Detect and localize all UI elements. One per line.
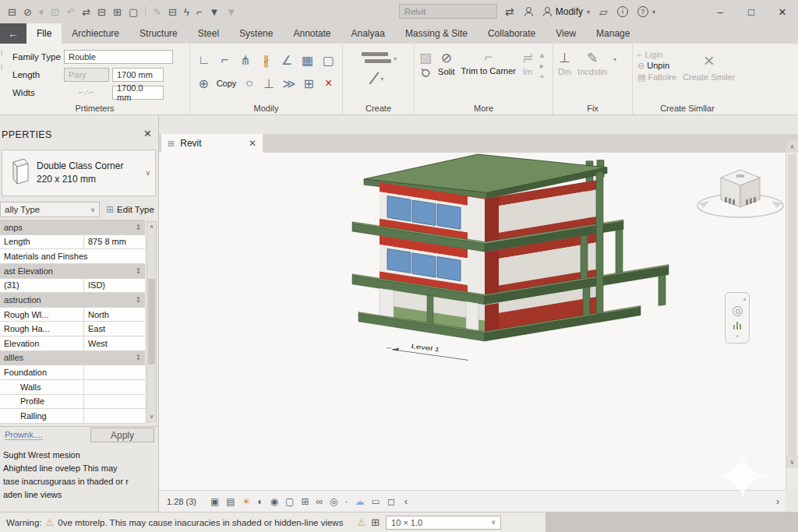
ruler-icon[interactable]: ⌐ — [196, 7, 203, 17]
array-icon[interactable]: ⊞ — [300, 73, 318, 93]
property-label[interactable]: Rough Wl... — [0, 308, 84, 322]
tab-view[interactable]: View — [546, 23, 586, 44]
sync-icon[interactable]: ⇄ — [82, 7, 90, 17]
scroll-up-icon[interactable]: ∧ — [786, 140, 798, 153]
tab-annotate[interactable]: Annotate — [283, 23, 341, 44]
shadows-icon[interactable]: ◐ — [257, 497, 263, 506]
info-icon[interactable]: i — [617, 6, 628, 17]
section-box-icon[interactable]: ◻ — [387, 497, 395, 506]
zoom-bars-icon[interactable] — [733, 322, 742, 329]
family-type-dropdown[interactable]: ally Type ∨ — [0, 202, 100, 217]
property-value[interactable]: ISD) — [84, 279, 145, 293]
type-selector[interactable]: Double Class Corner 220 x 210 mm ∨ — [2, 150, 156, 196]
edit-type-button[interactable]: ⊞ Edit Type — [100, 202, 159, 217]
family-type-input[interactable]: Rouble — [64, 50, 173, 64]
tab-manage[interactable]: Manage — [586, 23, 640, 44]
move-icon[interactable]: ⊕ — [195, 73, 213, 93]
reveal-hidden-icon[interactable]: ∞ — [316, 497, 323, 506]
tab-massing-site[interactable]: Massing & Site — [395, 23, 478, 44]
selection-icon[interactable]: ▱ — [599, 6, 608, 17]
rotate-icon[interactable]: ○ — [241, 73, 259, 93]
region-icon[interactable]: ▢ — [319, 50, 337, 70]
trim-extend-icon[interactable]: ⋔ — [236, 50, 255, 70]
scroll-right-icon[interactable]: › — [776, 496, 779, 507]
help-menu[interactable]: ? ▾ — [637, 6, 655, 17]
property-label[interactable]: Rough Ha... — [0, 322, 84, 336]
property-value[interactable] — [84, 380, 145, 394]
property-value[interactable] — [84, 365, 145, 379]
property-label[interactable]: Length — [0, 235, 84, 249]
document-tab-revit[interactable]: ⊞ Revit ✕ — [161, 134, 263, 153]
property-value[interactable] — [84, 395, 145, 409]
show-crop-icon[interactable]: ⊞ — [301, 497, 309, 506]
beam-button[interactable]: ▾ — [360, 50, 397, 67]
property-section-anps[interactable]: anps‡ — [0, 220, 145, 235]
flag-arrow-icon[interactable]: ▼ — [226, 7, 236, 17]
section-pin-icon[interactable]: ‡ — [136, 293, 145, 307]
scroll-up-icon[interactable]: ∧ — [150, 224, 154, 230]
join-elbow-icon[interactable]: ⌐ — [216, 50, 235, 70]
section-pin-icon[interactable]: ‡ — [136, 264, 145, 278]
tab-structure[interactable]: Structure — [129, 23, 188, 44]
scroll-down-icon[interactable]: ∨ — [150, 414, 154, 420]
property-label[interactable]: Foundation — [0, 365, 84, 379]
scroll-thumb[interactable] — [788, 154, 796, 466]
properties-close-icon[interactable]: ✕ — [143, 128, 152, 139]
open-icon[interactable]: ⊘ — [23, 7, 32, 17]
section-pin-icon[interactable]: ‡ — [136, 220, 145, 234]
property-label[interactable]: Elevation — [0, 336, 84, 351]
warning-icon[interactable]: ⚠ — [357, 517, 365, 528]
tab-steel[interactable]: Steel — [188, 23, 229, 44]
detail-level-icon[interactable]: ▣ — [210, 497, 219, 506]
scale-button[interactable]: 1.28 (3) — [167, 497, 196, 506]
matchline-icon[interactable]: ▦ — [298, 50, 317, 70]
file-menu-icon[interactable]: ⊟ — [8, 7, 16, 17]
apply-button[interactable]: Apply — [90, 428, 154, 442]
vertical-scrollbar[interactable]: ∧ ∨ — [786, 140, 798, 490]
sun-path-icon[interactable]: ☀ — [242, 497, 251, 506]
property-value[interactable]: North — [84, 308, 145, 322]
property-value[interactable]: 875 8 mm — [84, 235, 145, 249]
properties-scrollbar[interactable]: ∧ ∨ — [147, 221, 157, 422]
im-button[interactable]: ≓ Im — [522, 50, 533, 81]
section-icon[interactable]: ⊟ — [168, 7, 177, 17]
3d-viewport[interactable]: Level 1 — [159, 153, 798, 490]
unpin-button[interactable]: ⊖ Unpin — [637, 61, 676, 71]
width-tools-icons[interactable]: ⌐ ∕ ⌐ — [64, 88, 109, 97]
properties-help-link[interactable]: Prownk.... — [5, 430, 43, 440]
tab-analyaa[interactable]: Analyaa — [341, 23, 395, 44]
align-icon[interactable]: ≫ — [281, 73, 298, 93]
scroll-down-icon[interactable]: ∨ — [786, 456, 798, 468]
maximize-button[interactable]: □ — [736, 0, 767, 23]
search-input[interactable] — [399, 4, 497, 19]
property-label[interactable]: (31) — [0, 279, 84, 293]
offset-icon[interactable]: ⊥ — [260, 73, 278, 93]
property-label[interactable]: Materials and Finshes — [0, 249, 145, 263]
modify-selector[interactable]: Modify ▾ — [542, 6, 590, 17]
copy-button[interactable]: Copy — [215, 73, 238, 93]
tab-close-icon[interactable]: ✕ — [249, 138, 256, 149]
tab-flle[interactable]: Flle — [26, 23, 62, 44]
lightning-icon[interactable]: ϟ — [184, 7, 189, 17]
angle-measure-icon[interactable]: ∠ — [277, 50, 296, 70]
faltoire-button[interactable]: ▤ Faltoire — [637, 72, 676, 83]
property-section-ast-elevation[interactable]: ast Elevation‡ — [0, 264, 145, 279]
collaborate-person-icon[interactable] — [524, 7, 533, 16]
tab-systene[interactable]: Systene — [229, 23, 283, 44]
tab-archiecture[interactable]: Archiecture — [62, 23, 129, 44]
incdstin-button[interactable]: ✎ Incdstin — [577, 50, 607, 76]
more-panel-small-arrows[interactable]: ▴▸+ — [539, 50, 544, 81]
property-value[interactable] — [84, 409, 145, 423]
undo-icon[interactable]: ↶ — [66, 7, 75, 17]
delete-icon[interactable]: × — [320, 73, 338, 93]
length-mode-input[interactable]: Pary — [64, 68, 109, 82]
trim-to-corner-button[interactable]: ⌐ Trim to Carner — [461, 50, 516, 81]
visual-style-icon[interactable]: ▤ — [226, 497, 235, 506]
property-label[interactable]: Profile — [0, 395, 84, 409]
save-icon[interactable]: ⊡ — [51, 7, 59, 17]
back-button[interactable]: ← — [0, 23, 26, 44]
transfer-icon[interactable]: ⊞ — [113, 7, 122, 17]
brace-button[interactable]: ∕ ▾ — [373, 70, 384, 87]
minimize-button[interactable]: – — [704, 0, 736, 23]
section-box-tool[interactable]: ▨ Ϙ — [419, 50, 432, 81]
